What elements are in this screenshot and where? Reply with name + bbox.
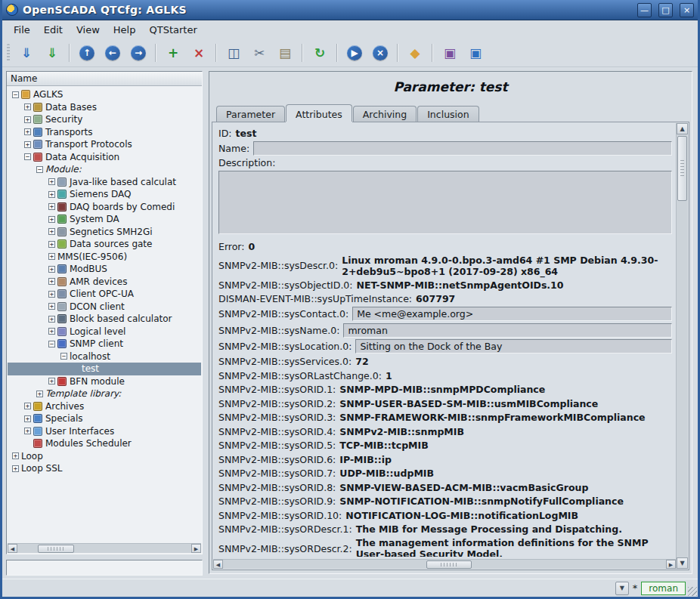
- menu-view[interactable]: View: [70, 23, 107, 37]
- clean-button[interactable]: ◆: [404, 42, 426, 64]
- tree-horizontal-scrollbar[interactable]: ◀ ▶: [8, 543, 201, 553]
- vscroll-handle[interactable]: [677, 136, 687, 201]
- tab-inclusion[interactable]: Inclusion: [417, 106, 479, 122]
- tree-item-data-acquisition[interactable]: −Data Acquisition: [8, 151, 201, 164]
- delete-item-button[interactable]: ×: [187, 42, 210, 64]
- expand-icon[interactable]: +: [24, 103, 31, 110]
- tree-item-modules-scheduler[interactable]: Modules Scheduler: [8, 437, 201, 450]
- tree-item-specials[interactable]: +Specials: [8, 412, 201, 425]
- collapse-icon[interactable]: −: [60, 353, 67, 360]
- tree-item-user-interfaces[interactable]: +User Interfaces: [8, 425, 201, 438]
- tree-item-loop-ssl[interactable]: +Loop SSL: [8, 462, 201, 475]
- expand-icon[interactable]: +: [48, 216, 55, 223]
- expand-icon[interactable]: +: [24, 116, 31, 123]
- tree-item-dcon-client[interactable]: +DCON client: [8, 301, 201, 313]
- expand-icon[interactable]: +: [48, 241, 55, 248]
- minimize-button[interactable]: —: [637, 3, 652, 17]
- close-button[interactable]: ×: [680, 3, 694, 17]
- scroll-right-icon[interactable]: ▶: [191, 544, 201, 553]
- expand-icon[interactable]: +: [12, 452, 19, 459]
- go-up-button[interactable]: ↑: [76, 42, 98, 64]
- expand-icon[interactable]: +: [24, 403, 31, 409]
- collapse-icon[interactable]: −: [48, 341, 55, 347]
- tree-item-snmp-client[interactable]: −SNMP client: [8, 338, 201, 350]
- tree-item-aglks[interactable]: −AGLKS: [8, 88, 201, 101]
- tree-item-amr-devices[interactable]: +AMR devices: [8, 276, 201, 289]
- expand-icon[interactable]: +: [48, 316, 55, 323]
- tree-item-security[interactable]: +Security: [8, 113, 201, 126]
- tree-item-loop[interactable]: +Loop: [8, 450, 201, 463]
- save-to-db-button[interactable]: ⇓: [41, 42, 63, 64]
- tab-attributes[interactable]: Attributes: [286, 104, 352, 122]
- expand-icon[interactable]: +: [48, 191, 55, 198]
- qtcfg-window-button[interactable]: ▣: [438, 42, 461, 64]
- status-dropdown-button[interactable]: ▼: [615, 582, 629, 595]
- tree-item-localhost[interactable]: −localhost: [8, 350, 201, 363]
- expand-icon[interactable]: +: [48, 328, 55, 335]
- menu-qtstarter[interactable]: QTStarter: [142, 23, 203, 37]
- expand-icon[interactable]: +: [48, 303, 55, 310]
- content-hscroll-handle[interactable]: [426, 560, 472, 569]
- current-user-badge[interactable]: roman: [641, 582, 686, 595]
- start-button[interactable]: ▶: [343, 42, 366, 64]
- tree-item-siemens-daq[interactable]: +Siemens DAQ: [8, 188, 201, 201]
- field-snmpv2-mib-syscontact-0[interactable]: [352, 307, 672, 321]
- collapse-icon[interactable]: −: [12, 91, 19, 98]
- scroll-right-icon[interactable]: ▶: [666, 560, 676, 569]
- tab-archiving[interactable]: Archiving: [353, 106, 417, 122]
- paste-item-button[interactable]: ▤: [274, 42, 296, 64]
- expand-icon[interactable]: +: [48, 253, 55, 260]
- cut-item-button[interactable]: ✂: [248, 42, 271, 64]
- copy-item-button[interactable]: ◫: [222, 42, 245, 64]
- tree-item-transport-protocols[interactable]: +Transport Protocols: [8, 138, 201, 151]
- stop-button[interactable]: ×: [369, 42, 392, 64]
- field-snmpv2-mib-sysname-0[interactable]: [343, 323, 672, 338]
- expand-icon[interactable]: +: [48, 203, 55, 210]
- tree-item-transports[interactable]: +Transports: [8, 126, 201, 139]
- tree-item-test[interactable]: test: [8, 363, 201, 375]
- menu-edit[interactable]: Edit: [37, 23, 70, 37]
- maximize-button[interactable]: □: [658, 3, 673, 17]
- expand-icon[interactable]: +: [24, 141, 31, 148]
- field-snmpv2-mib-syslocation-0[interactable]: [355, 339, 672, 354]
- menu-file[interactable]: File: [7, 23, 37, 37]
- refresh-button[interactable]: ↻: [308, 42, 331, 64]
- tree-item-archives[interactable]: +Archives: [8, 400, 201, 413]
- resize-grip[interactable]: [688, 587, 697, 596]
- tree-item-block-based-calculator[interactable]: +Block based calculator: [8, 313, 201, 326]
- expand-icon[interactable]: +: [48, 266, 55, 273]
- collapse-icon[interactable]: −: [36, 166, 43, 173]
- expand-icon[interactable]: +: [36, 391, 43, 397]
- expand-icon[interactable]: +: [48, 378, 55, 384]
- tree-item-system-da[interactable]: +System DA: [8, 213, 201, 226]
- tree-item-modbus[interactable]: +ModBUS: [8, 263, 201, 276]
- tree-item-template-library[interactable]: +Template library:: [8, 387, 201, 400]
- expand-icon[interactable]: +: [48, 278, 55, 285]
- tree-item-client-opc-ua[interactable]: +Client OPC-UA: [8, 288, 201, 301]
- expand-icon[interactable]: +: [48, 228, 55, 235]
- vision-window-button[interactable]: ▣: [464, 42, 487, 64]
- tree-item-java-like-based-calculat[interactable]: +Java-like based calculat: [8, 176, 201, 189]
- tree-hscroll-handle[interactable]: [38, 545, 74, 553]
- field-description[interactable]: [218, 171, 672, 234]
- add-item-button[interactable]: +: [162, 42, 184, 64]
- expand-icon[interactable]: +: [24, 128, 31, 135]
- expand-icon[interactable]: +: [48, 178, 55, 185]
- scroll-down-icon[interactable]: ▼: [677, 557, 688, 569]
- tree-item-module[interactable]: −Module:: [8, 163, 201, 176]
- expand-icon[interactable]: +: [24, 428, 31, 434]
- tree-item-mms-iec-9506[interactable]: +MMS(IEC-9506): [8, 251, 201, 264]
- scroll-up-icon[interactable]: ▲: [677, 123, 688, 134]
- tree-filter-input[interactable]: [6, 560, 203, 576]
- field-name[interactable]: [253, 141, 672, 156]
- tree-column-header[interactable]: Name: [7, 72, 202, 86]
- tree-item-segnetics-smh2gi[interactable]: +Segnetics SMH2Gi: [8, 226, 201, 239]
- collapse-icon[interactable]: −: [24, 153, 31, 160]
- menu-help[interactable]: Help: [107, 23, 143, 37]
- vertical-scrollbar[interactable]: ▲ ▼: [676, 123, 688, 569]
- tree-item-daq-boards-by-comedi[interactable]: +DAQ boards by Comedi: [8, 201, 201, 214]
- toolbar-handle[interactable]: [7, 44, 10, 62]
- tree-item-data-sources-gate[interactable]: +Data sources gate: [8, 238, 201, 251]
- title-bar[interactable]: OpenSCADA QTCfg: AGLKS — □ ×: [2, 0, 698, 20]
- load-from-db-button[interactable]: ⇓: [15, 42, 38, 64]
